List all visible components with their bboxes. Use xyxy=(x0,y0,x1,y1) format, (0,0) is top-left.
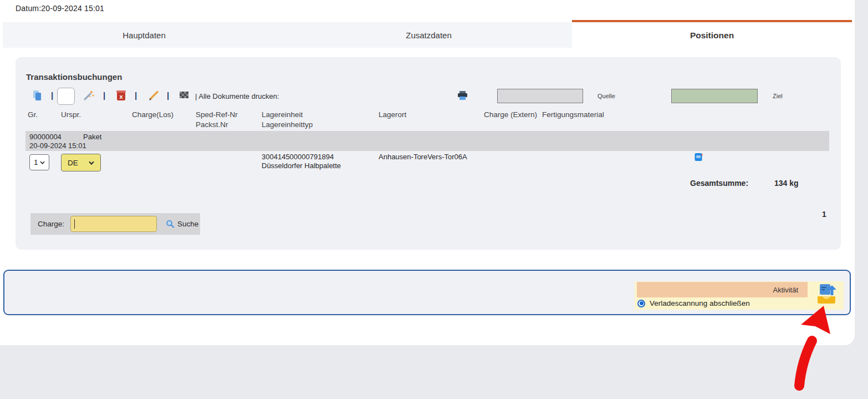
toolbar-separator: | xyxy=(167,90,169,100)
red-annotation-arrow xyxy=(784,300,851,399)
tab-label: Positionen xyxy=(690,31,734,41)
toolbar-separator: | xyxy=(135,90,137,100)
activity-bar: Aktivität xyxy=(637,282,808,297)
toolbar-separator: | xyxy=(51,90,53,100)
copy-icon[interactable] xyxy=(32,90,43,102)
group-type: Paket xyxy=(83,133,101,142)
tab-positionen[interactable]: Positionen xyxy=(572,20,852,49)
column-header-charge-extern: Charge (Extern) xyxy=(484,110,537,120)
chevron-down-icon xyxy=(89,161,94,165)
toolbar-quick-input[interactable] xyxy=(57,88,75,105)
total-label: Gesamtsumme: xyxy=(690,179,748,188)
lagerort-cell: Anhausen-ToreVers-Tor06A xyxy=(379,153,467,161)
column-header-charge-los: Charge(Los) xyxy=(132,110,173,120)
charge-label: Charge: xyxy=(38,220,64,229)
group-number: 90000004 xyxy=(29,133,62,142)
ziel-input[interactable] xyxy=(671,89,758,103)
tab-label: Hauptdaten xyxy=(122,31,166,40)
print-icon[interactable] xyxy=(457,91,468,100)
finish-flag-icon[interactable] xyxy=(179,91,190,100)
total-value: 134 kg xyxy=(774,179,799,188)
svg-text:x: x xyxy=(119,93,123,100)
tab-hauptdaten[interactable]: Hauptdaten xyxy=(3,22,285,48)
note-book-icon[interactable] xyxy=(695,153,703,161)
tab-label: Zusatzdaten xyxy=(406,31,452,40)
column-header-lagereinheit: LagereinheitLagereinheittyp xyxy=(262,110,313,130)
group-row[interactable]: 90000004 Paket 20-09-2024 15:01 xyxy=(25,131,829,151)
pencil-icon[interactable] xyxy=(147,89,160,102)
page: Datum:20-09-2024 15:01 Hauptdaten Zusatz… xyxy=(0,0,868,399)
delete-icon[interactable]: x xyxy=(116,90,126,101)
activity-box: Aktivität Verladescannung abschließen xyxy=(3,270,851,315)
footer-area xyxy=(0,345,868,399)
print-all-label: | Alle Dokumente drucken: xyxy=(195,92,279,100)
lagereinheit-cell: 300414500000791894Düsseldorfer Halbpalet… xyxy=(262,153,341,170)
activity-radio-row: Verladescannung abschließen xyxy=(637,299,750,307)
chevron-down-icon xyxy=(40,161,45,164)
charge-search-bar: Charge: Suche xyxy=(30,213,200,235)
charge-input[interactable] xyxy=(70,216,157,232)
quelle-label: Quelle xyxy=(598,93,615,99)
quelle-input[interactable] xyxy=(497,89,583,103)
tab-zusatzdaten[interactable]: Zusatzdaten xyxy=(285,22,572,48)
column-header-gr: Gr. xyxy=(28,110,38,120)
datum-text: Datum:20-09-2024 15:01 xyxy=(16,4,104,13)
column-header-lagerort: Lagerort xyxy=(379,110,406,120)
search-icon[interactable] xyxy=(166,220,175,229)
radio-selected-icon[interactable] xyxy=(637,300,645,307)
activity-bar-label: Aktivität xyxy=(773,286,798,294)
toolbar-separator: | xyxy=(103,90,105,100)
suche-button[interactable]: Suche xyxy=(177,220,198,229)
group-datetime: 20-09-2024 15:01 xyxy=(29,142,86,150)
transaktionsbuchungen-panel: Transaktionsbuchungen | xyxy=(16,57,841,250)
radio-label: Verladescannung abschließen xyxy=(650,299,750,307)
row-count: 1 xyxy=(822,210,826,219)
column-header-sped-ref: Sped-Ref-NrPackst.Nr xyxy=(196,110,238,130)
column-header-fertigungsmaterial: Fertigungsmaterial xyxy=(542,110,604,120)
column-header-urspr: Urspr. xyxy=(61,110,81,120)
gr-select[interactable]: 1 xyxy=(29,154,49,170)
main-content: Datum:20-09-2024 15:01 Hauptdaten Zusatz… xyxy=(0,0,855,345)
ziel-label: Ziel xyxy=(773,93,783,99)
magic-wand-icon[interactable] xyxy=(83,89,95,102)
text-caret xyxy=(74,219,75,229)
panel-title: Transaktionsbuchungen xyxy=(26,72,122,82)
urspr-select[interactable]: DE xyxy=(61,154,101,171)
